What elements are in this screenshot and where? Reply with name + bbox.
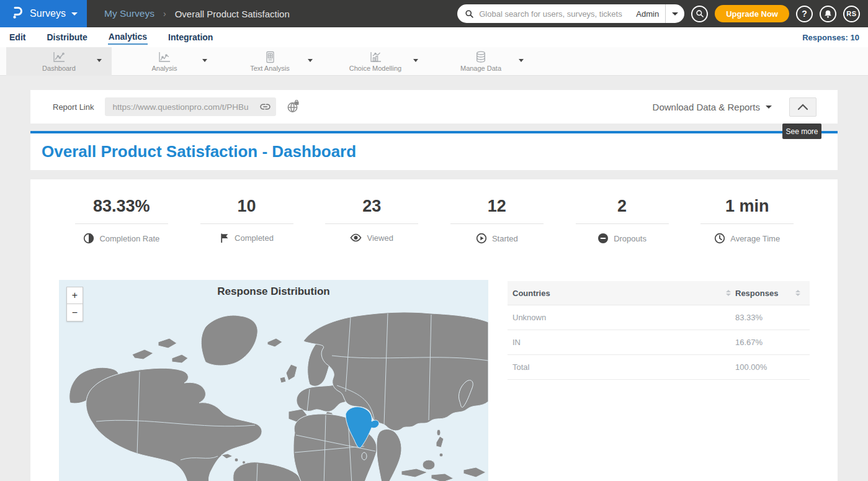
avatar-initials: RS [846,10,856,17]
tool-tab-label: Text Analysis [250,65,290,72]
breadcrumb-separator: › [163,9,166,19]
sort-icon[interactable] [791,290,805,296]
breadcrumb: My Surveys › Overall Product Satisfactio… [104,8,290,19]
tool-tab-label: Dashboard [42,65,76,72]
questionpro-logo-icon [9,5,24,22]
app-logo-surveys-menu[interactable]: Surveys [0,0,87,27]
response-distribution-map[interactable]: Response Distribution + − [59,280,488,481]
dashboard-title-card: Overall Product Satisfaction - Dashboard [30,131,838,170]
line-chart-icon [51,51,66,63]
world-map[interactable] [59,280,488,481]
dashboard-body: 83.33% Completion Rate 10 Completed 23 [30,179,838,481]
stat-label: Dropouts [614,234,647,243]
avatar[interactable]: RS [843,6,860,22]
responses-cell: 16.67% [735,338,805,347]
stat-value: 2 [560,197,685,216]
report-url-field[interactable] [105,97,276,116]
report-link-label: Report Link [53,102,94,112]
tool-tab-dashboard[interactable]: Dashboard [6,47,112,76]
half-pie-icon [83,233,94,244]
page-title: Overall Product Satisfaction - Dashboard [30,133,838,161]
map-zoom-out-button[interactable]: − [66,304,83,321]
tab-dropdown-icon[interactable] [97,59,102,62]
responses-cell: 100.00% [735,362,805,372]
stat-average-time: 1 min Average Time [684,197,810,244]
product-name: Surveys [30,8,66,19]
tool-tab-label: Manage Data [460,65,501,72]
see-more-toggle-button[interactable] [789,97,817,117]
notifications-button[interactable] [820,6,836,22]
nav-tab-edit[interactable]: Edit [9,30,26,44]
chevron-up-icon [797,103,809,110]
line-chart-icon [157,51,172,63]
map-title: Response Distribution [59,285,488,298]
nav-tab-integration[interactable]: Integration [168,30,213,44]
search-scope-dropdown[interactable] [666,4,684,23]
stat-value: 12 [434,197,560,216]
chevron-down-icon [71,12,78,16]
topbar: Surveys My Surveys › Overall Product Sat… [0,0,868,27]
search-icon [465,9,474,19]
search-button[interactable] [691,6,708,22]
map-zoom-controls: + − [66,287,83,321]
country-cell: IN [512,338,735,347]
stat-value: 23 [309,197,434,216]
stat-started: 12 Started [434,197,560,244]
breadcrumb-current-survey: Overall Product Satisfaction [175,9,290,19]
stat-label: Completion Rate [99,234,159,243]
upgrade-now-button[interactable]: Upgrade Now [715,5,789,22]
survey-stats: 83.33% Completion Rate 10 Completed 23 [59,197,810,244]
tab-dropdown-icon[interactable] [308,59,313,62]
nav-tab-analytics[interactable]: Analytics [108,30,148,45]
table-row: Unknown 83.33% [508,305,810,330]
tool-tab-analysis[interactable]: Analysis [112,47,217,76]
tab-dropdown-icon[interactable] [519,59,524,62]
link-icon[interactable] [259,101,271,112]
database-icon [473,51,488,63]
table-row: IN 16.67% [508,330,810,355]
sort-icon[interactable] [722,290,735,296]
report-url-input[interactable] [112,102,259,112]
table-row: Total 100.00% [508,355,810,380]
stat-value: 1 min [684,197,810,216]
divider [700,223,794,224]
report-link-bar: Report Link Download Data & Reports [30,90,838,124]
responses-cell: 83.33% [735,313,805,322]
tool-tab-text-analysis[interactable]: Text Analysis [217,47,323,76]
responses-count: Responses: 10 [802,33,859,42]
search-scope-admin[interactable]: Admin [632,9,665,19]
model-chart-icon [368,51,383,63]
nav-tab-distribute[interactable]: Distribute [46,30,87,44]
map-zoom-in-button[interactable]: + [66,287,83,304]
country-cell: Unknown [512,313,735,322]
table-header: Countries Responses [508,281,810,305]
stat-label: Completed [235,233,274,243]
bell-icon [823,9,833,19]
country-cell: Total [512,362,735,372]
breadcrumb-my-surveys[interactable]: My Surveys [104,8,154,19]
column-header-responses[interactable]: Responses [735,289,791,298]
tool-tab-manage-data[interactable]: Manage Data [428,47,534,76]
tab-dropdown-icon[interactable] [202,59,207,62]
divider [576,223,669,224]
stat-viewed: 23 Viewed [309,197,434,244]
tab-dropdown-icon[interactable] [413,59,418,62]
download-label: Download Data & Reports [653,102,760,112]
help-button[interactable]: ? [796,6,813,22]
minus-circle-icon [597,233,609,244]
global-search[interactable]: Admin [457,4,684,23]
stat-completed: 10 Completed [184,197,310,244]
stat-label: Average Time [730,234,780,243]
divider [75,223,168,224]
eye-icon [350,233,362,243]
download-data-reports-menu[interactable]: Download Data & Reports [653,102,772,112]
global-search-input[interactable] [479,9,632,19]
column-header-countries[interactable]: Countries [512,289,722,298]
survey-nav: Edit Distribute Analytics Integration Re… [0,27,868,47]
tool-tab-choice-modelling[interactable]: Choice Modelling [323,47,428,76]
analytics-toolbar: Dashboard Analysis Text Analysis Choice … [0,47,868,76]
globe-privacy-icon[interactable] [286,100,300,114]
chevron-down-icon [766,106,772,109]
clock-icon [714,233,725,244]
divider [450,223,544,224]
